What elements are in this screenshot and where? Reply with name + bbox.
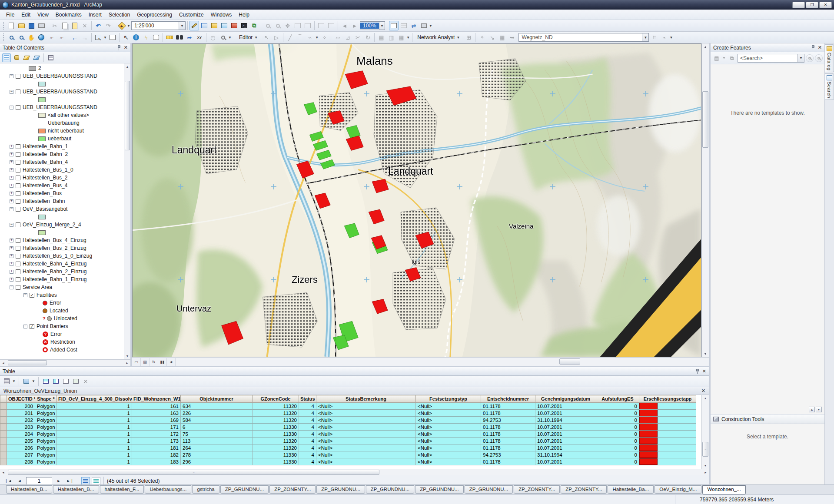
table-row[interactable]: 202Polygon1169584113204<Null><Null>94.27… — [0, 417, 696, 424]
table-dataset-close-icon[interactable]: ✕ — [701, 388, 705, 393]
collapse-icon[interactable]: − — [10, 106, 13, 109]
copy-icon[interactable] — [60, 21, 70, 30]
previous-page-icon[interactable]: ◄ — [340, 21, 349, 30]
list-by-source-icon[interactable] — [12, 53, 21, 62]
copy-template-icon[interactable]: ⧉ — [728, 54, 736, 63]
tools-grip[interactable] — [3, 33, 5, 41]
layer-checkbox[interactable] — [16, 262, 20, 266]
attributes-icon[interactable]: ▤ — [376, 33, 386, 42]
toc-layer-item[interactable]: +Haltestellen_Bus_1_0_Einzug — [0, 252, 124, 260]
layer-checkbox[interactable] — [16, 176, 20, 180]
data-view-icon[interactable]: ▭ — [132, 358, 141, 366]
tools-overflow-icon[interactable]: ▼ — [228, 36, 232, 40]
zoom-out-page-icon[interactable] — [273, 21, 282, 30]
refresh-view-icon[interactable]: ↻ — [150, 358, 158, 366]
row-selector[interactable] — [0, 444, 7, 451]
table-row[interactable]: 206Polygon1181264113204<Null><Null>01.11… — [0, 444, 696, 451]
menu-geoprocessing[interactable]: Geoprocessing — [133, 10, 176, 19]
layer-checkbox[interactable] — [16, 199, 20, 204]
grid-scroll-left-icon[interactable]: ◄ — [0, 469, 7, 475]
data-driven-page-icon[interactable]: ⇄ — [409, 21, 419, 30]
toc-layer-item[interactable]: +Haltestellen_Bus_4 — [0, 182, 124, 189]
map-canvas[interactable]: MalansLandquartLandquartZizersUntervazVa… — [132, 43, 701, 357]
go-to-xy-icon[interactable]: XY — [195, 33, 204, 42]
dataframe-tab[interactable]: ZP_ZONENTY... — [269, 485, 316, 494]
expand-icon[interactable]: + — [10, 199, 13, 203]
collapse-icon[interactable]: − — [10, 90, 13, 94]
template-search-go-icon[interactable] — [806, 54, 814, 62]
fixed-zoom-out-icon[interactable]: ⌕⌕ — [56, 33, 66, 42]
dataframe-tab[interactable]: ZP_ZONENTY... — [514, 485, 560, 494]
toc-layer-item[interactable]: −UEB_UEBERBAUUNGSSTAND — [0, 72, 124, 80]
create-features-close-icon[interactable]: ✕ — [818, 45, 822, 50]
select-features-dropdown-icon[interactable]: ▼ — [103, 36, 107, 40]
table-row[interactable]: 205Polygon1173113113204<Null><Null>01.11… — [0, 438, 696, 444]
expand-icon[interactable]: + — [10, 184, 13, 188]
toolbar-grip[interactable] — [3, 22, 5, 30]
clear-selection-icon[interactable] — [108, 33, 117, 42]
menu-help[interactable]: Help — [235, 10, 253, 19]
layer-checkbox[interactable] — [16, 152, 20, 157]
template-search-combo[interactable]: <Search> ▼ — [738, 54, 804, 63]
row-selector[interactable] — [0, 403, 7, 410]
layer-checkbox[interactable] — [16, 246, 20, 251]
toc-scroll-down-icon[interactable]: ▼ — [124, 353, 130, 359]
layer-checkbox[interactable] — [16, 183, 20, 188]
endpoint-arc-icon[interactable]: ⌒ — [295, 33, 305, 42]
html-popup-icon[interactable] — [151, 33, 161, 42]
select-elements-icon[interactable]: ↖ — [121, 33, 131, 42]
list-by-selection-icon[interactable] — [32, 53, 41, 62]
column-header-festsetzungstyp[interactable]: Festsetzungstyp — [416, 395, 481, 403]
sketch-properties-icon[interactable]: ▥ — [386, 33, 396, 42]
column-header-fid-oev-einzug-4-300-dissolve[interactable]: FID_OeV_Einzug_4_300_Dissolve — [57, 395, 132, 403]
fixed-zoom-in-icon[interactable]: ⌕⌕ — [47, 33, 56, 42]
switch-selection-icon[interactable] — [51, 377, 60, 386]
network-dataset-dropdown-icon[interactable]: ▼ — [642, 33, 648, 41]
time-slider-icon[interactable]: ◷ — [208, 33, 218, 42]
add-data-dropdown-icon[interactable]: ▼ — [127, 24, 131, 28]
panel-splitter-down-icon[interactable]: ▼ — [816, 407, 822, 412]
toc-scroll-up-icon[interactable]: ▲ — [124, 63, 130, 70]
toc-layer-item[interactable]: +Haltestellen_Bahn — [0, 197, 124, 205]
toc-layer-item[interactable]: +Haltestelle_Bahn_1_Einzug — [0, 275, 124, 283]
toc-layer-item[interactable]: +Haltestellen_Bus_2_Einzug — [0, 244, 124, 252]
cut-polygon-icon[interactable]: ⊿ — [343, 33, 352, 42]
zoom-100-icon[interactable] — [316, 21, 326, 30]
menu-customize[interactable]: Customize — [176, 10, 207, 19]
expand-icon[interactable]: + — [10, 254, 13, 258]
reshape-icon[interactable]: ▱ — [333, 33, 342, 42]
expand-icon[interactable]: + — [10, 239, 13, 242]
toc-layer-item[interactable]: −OeV_Einzug_Merge_2_4 — [0, 221, 124, 229]
column-header-fid-wohnzonen-w123[interactable]: FID_Wohnzonen_W123 — [132, 395, 181, 403]
grid-scroll-right-icon[interactable]: ► — [702, 469, 709, 475]
sidetab-catalog[interactable]: Catalog — [825, 44, 834, 72]
toc-layer-item[interactable]: −✓Facilities — [0, 291, 124, 299]
layer-checkbox[interactable] — [16, 74, 20, 79]
template-search-clear-icon[interactable] — [815, 54, 823, 62]
edit-sketch-tool-icon[interactable] — [189, 21, 199, 30]
table-row[interactable]: 200Polygon1161634113204<Null><Null>01.11… — [0, 403, 696, 410]
minimize-button[interactable]: — — [792, 2, 805, 8]
list-by-drawing-order-icon[interactable] — [2, 53, 11, 62]
expand-icon[interactable]: + — [10, 176, 13, 180]
table-pin-icon[interactable] — [695, 369, 700, 374]
dataframe-tab[interactable]: Haltestelle_Ba... — [608, 485, 654, 494]
pan-icon[interactable]: ✋ — [27, 33, 36, 42]
layer-checkbox[interactable]: ✓ — [30, 293, 34, 298]
pan-page-icon[interactable]: ✥ — [283, 21, 292, 30]
menu-selection[interactable]: Selection — [105, 10, 133, 19]
collapse-icon[interactable]: − — [23, 293, 27, 297]
column-header-genehmigungsdatum[interactable]: Genehmigungsdatum — [535, 395, 596, 403]
layer-checkbox[interactable] — [16, 285, 20, 290]
row-selector[interactable] — [0, 424, 7, 431]
menu-insert[interactable]: Insert — [85, 10, 105, 19]
panel-splitter-up-icon[interactable]: ▲ — [809, 407, 815, 412]
row-selector[interactable] — [0, 410, 7, 417]
layer-checkbox[interactable] — [16, 269, 20, 274]
collapse-icon[interactable]: − — [10, 207, 13, 211]
collapse-icon[interactable]: − — [10, 223, 13, 227]
row-selector[interactable] — [0, 431, 7, 438]
dataframe-tab[interactable]: gstricha — [192, 485, 219, 494]
show-all-records-icon[interactable] — [81, 477, 90, 485]
list-by-visibility-icon[interactable] — [22, 53, 31, 62]
